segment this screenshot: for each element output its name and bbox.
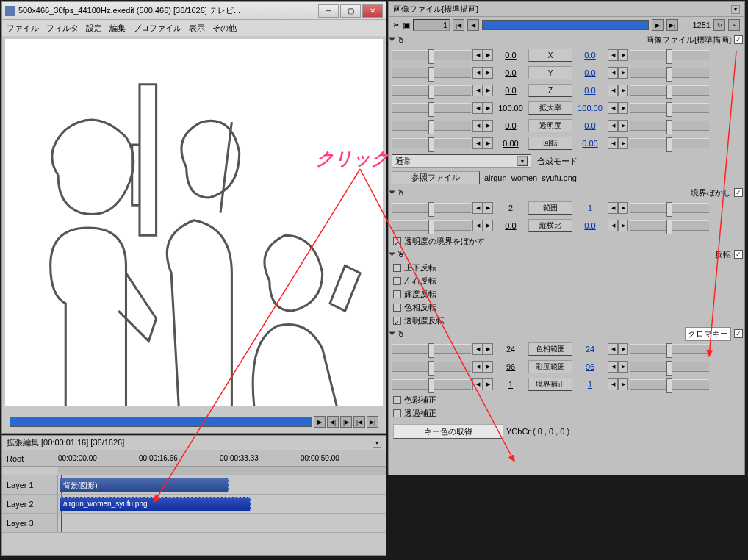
step-up-button[interactable]: ▶	[618, 120, 628, 132]
param-slider-left[interactable]	[392, 362, 471, 372]
param-label-button[interactable]: X	[528, 49, 572, 62]
section-chromakey-checkbox[interactable]: ✓	[734, 329, 743, 338]
section-image-checkbox[interactable]: ✓	[734, 35, 743, 44]
param-slider-left[interactable]	[392, 379, 471, 390]
param-value-right[interactable]: 0.0	[574, 51, 606, 60]
step-up-button[interactable]: ▶	[618, 67, 628, 79]
param-slider-right[interactable]	[630, 85, 709, 96]
step-down-button[interactable]: ◀	[472, 220, 483, 231]
param-value-right[interactable]: 0.0	[574, 121, 606, 130]
clip-image[interactable]: airgun_women_syufu.png	[60, 497, 251, 511]
param-value-left[interactable]: 1	[495, 380, 527, 389]
step-down-button[interactable]: ◀	[608, 137, 618, 149]
tool-icon-2[interactable]: ▣	[403, 21, 410, 30]
param-label-button[interactable]: 回転	[528, 137, 572, 150]
step-up-button[interactable]: ▶	[483, 378, 493, 390]
param-value-left[interactable]: 2	[495, 204, 527, 212]
timeline-title[interactable]: 拡張編集 [00:00:01.16] [36/1626] ▾	[2, 436, 386, 450]
menu-file[interactable]: ファイル	[7, 23, 39, 34]
invert-checkbox[interactable]	[393, 277, 401, 285]
chroma-checkbox[interactable]	[393, 396, 401, 404]
step-up-button[interactable]: ▶	[618, 343, 628, 355]
param-label-button[interactable]: Z	[528, 84, 572, 97]
param-value-right[interactable]: 0.0	[574, 68, 606, 77]
step-up-button[interactable]: ▶	[618, 378, 628, 390]
step-up-button[interactable]: ▶	[483, 202, 493, 214]
step-down-button[interactable]: ◀	[472, 378, 483, 390]
param-slider-left[interactable]	[392, 68, 471, 78]
step-down-button[interactable]: ◀	[472, 120, 483, 132]
panel-menu-icon[interactable]: ▾	[731, 5, 740, 14]
step-up-button[interactable]: ▶	[483, 120, 493, 132]
step-up-button[interactable]: ▶	[483, 137, 493, 149]
param-value-right[interactable]: 0.0	[574, 221, 606, 230]
frame-prev-button[interactable]: ◀	[467, 19, 479, 31]
frame-last-button[interactable]: ▶|	[666, 19, 678, 31]
param-value-left[interactable]: 0.0	[495, 121, 527, 130]
step-down-button[interactable]: ◀	[608, 343, 618, 355]
step-down-button[interactable]: ◀	[608, 67, 618, 79]
param-label-button[interactable]: 透明度	[528, 119, 572, 132]
tool-icon-1[interactable]: ✂	[393, 21, 400, 30]
step-down-button[interactable]: ◀	[472, 343, 483, 355]
step-down-button[interactable]: ◀	[472, 67, 483, 79]
param-value-right[interactable]: 100.00	[574, 104, 606, 112]
root-button[interactable]: Root	[2, 454, 58, 463]
step-down-button[interactable]: ◀	[472, 102, 483, 114]
layer-3-label[interactable]: Layer 3	[2, 514, 58, 532]
step-up-button[interactable]: ▶	[618, 85, 628, 96]
menu-other[interactable]: その他	[212, 23, 237, 34]
step-down-button[interactable]: ◀	[608, 361, 618, 373]
param-slider-left[interactable]	[392, 50, 471, 60]
menu-filter[interactable]: フィルタ	[46, 23, 79, 34]
titlebar[interactable]: 500x466_30fps_44100Hz.exedit (500,466) […	[2, 2, 386, 20]
layer-3-track[interactable]	[58, 514, 386, 532]
param-slider-left[interactable]	[392, 344, 471, 354]
frame-current-input[interactable]	[413, 19, 450, 31]
step-up-button[interactable]: ▶	[483, 220, 493, 231]
param-slider-right[interactable]	[630, 138, 709, 148]
param-label-button[interactable]: Y	[528, 66, 572, 79]
param-value-left[interactable]: 0.0	[495, 51, 527, 60]
preview-canvas[interactable]	[5, 39, 383, 406]
step-up-button[interactable]: ▶	[618, 220, 628, 231]
seek-bar[interactable]	[10, 417, 312, 427]
frame-loop-button[interactable]: ↻	[713, 19, 725, 31]
step-down-button[interactable]: ◀	[608, 102, 618, 114]
panel-title[interactable]: 画像ファイル[標準描画] ▾	[389, 2, 744, 17]
param-slider-left[interactable]	[392, 220, 471, 231]
frame-add-button[interactable]: +	[728, 19, 740, 31]
collapse-icon[interactable]	[389, 38, 395, 42]
reference-file-button[interactable]: 参照ファイル	[392, 171, 480, 184]
param-value-right[interactable]: 24	[574, 345, 606, 353]
step-up-button[interactable]: ▶	[618, 137, 628, 149]
close-button[interactable]: ✕	[362, 4, 383, 18]
timeline-ruler[interactable]	[58, 467, 386, 475]
param-label-button[interactable]: 縦横比	[528, 219, 572, 232]
menu-edit[interactable]: 編集	[109, 23, 126, 34]
step-down-button[interactable]: ◀	[608, 85, 618, 96]
invert-checkbox[interactable]	[393, 317, 401, 325]
chroma-checkbox[interactable]	[393, 409, 401, 417]
param-slider-right[interactable]	[630, 203, 709, 213]
step-up-button[interactable]: ▶	[618, 202, 628, 214]
param-value-right[interactable]: 1	[574, 380, 606, 389]
step-up-button[interactable]: ▶	[483, 343, 493, 355]
step-up-button[interactable]: ▶	[483, 361, 493, 373]
param-value-left[interactable]: 0.00	[495, 139, 527, 148]
invert-checkbox[interactable]	[393, 264, 401, 272]
step-down-button[interactable]: ◀	[472, 137, 483, 149]
param-value-right[interactable]: 0.00	[574, 139, 606, 148]
play-button[interactable]: ▶	[314, 416, 326, 428]
param-slider-right[interactable]	[630, 344, 709, 354]
step-up-button[interactable]: ▶	[483, 67, 493, 79]
param-slider-right[interactable]	[630, 68, 709, 78]
step-down-button[interactable]: ◀	[608, 220, 618, 231]
layer-2-label[interactable]: Layer 2	[2, 495, 58, 513]
param-value-left[interactable]: 0.0	[495, 221, 527, 230]
step-down-button[interactable]: ◀	[472, 49, 483, 61]
param-label-button[interactable]: 境界補正	[528, 378, 572, 391]
frame-next-button[interactable]: ▶	[652, 19, 664, 31]
param-value-right[interactable]: 96	[574, 362, 606, 371]
param-value-left[interactable]: 100.00	[495, 104, 527, 112]
